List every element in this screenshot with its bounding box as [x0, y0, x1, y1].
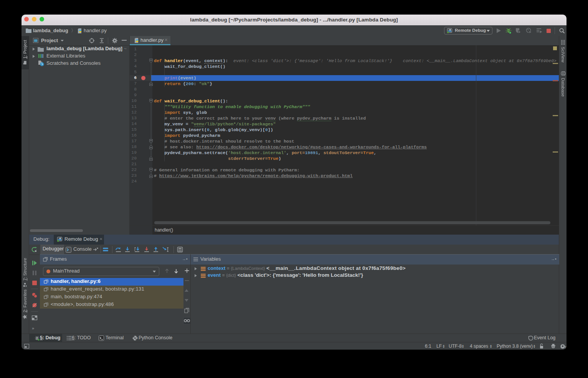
svg-text:?: ?	[564, 345, 567, 349]
